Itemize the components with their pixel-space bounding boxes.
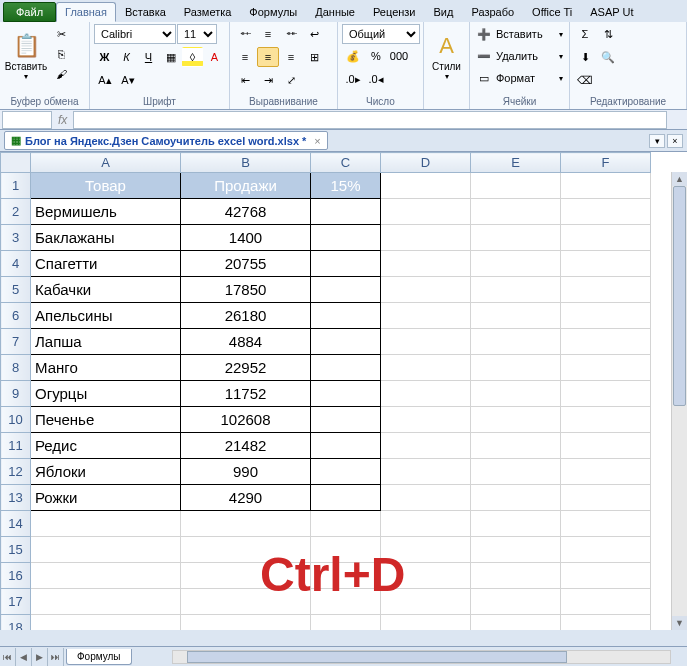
fill-button[interactable]: ⬇ bbox=[574, 47, 596, 67]
cell[interactable] bbox=[381, 563, 471, 589]
cell[interactable]: Продажи bbox=[181, 173, 311, 199]
cell[interactable]: Манго bbox=[31, 355, 181, 381]
cell[interactable] bbox=[311, 303, 381, 329]
cell[interactable] bbox=[471, 381, 561, 407]
align-bottom-button[interactable]: ⬵ bbox=[280, 24, 302, 44]
row-header[interactable]: 14 bbox=[1, 511, 31, 537]
cell[interactable]: 15% bbox=[311, 173, 381, 199]
delete-cells-button[interactable]: ➖Удалить▾ bbox=[474, 46, 565, 66]
cell[interactable] bbox=[311, 329, 381, 355]
cell[interactable] bbox=[311, 589, 381, 615]
tab-layout[interactable]: Разметка bbox=[175, 2, 241, 22]
cell[interactable] bbox=[311, 485, 381, 511]
cell[interactable] bbox=[381, 589, 471, 615]
tab-formulas[interactable]: Формулы bbox=[240, 2, 306, 22]
cell[interactable] bbox=[311, 615, 381, 631]
last-sheet-icon[interactable]: ⏭ bbox=[48, 648, 64, 666]
cell[interactable] bbox=[561, 485, 651, 511]
row-header[interactable]: 16 bbox=[1, 563, 31, 589]
cell[interactable] bbox=[381, 433, 471, 459]
cell[interactable] bbox=[471, 589, 561, 615]
cell[interactable] bbox=[181, 615, 311, 631]
font-color-button[interactable]: A bbox=[204, 47, 225, 67]
col-header[interactable]: B bbox=[181, 153, 311, 173]
font-size-select[interactable]: 11 bbox=[177, 24, 217, 44]
row-header[interactable]: 7 bbox=[1, 329, 31, 355]
sort-filter-button[interactable]: ⇅ bbox=[597, 24, 619, 44]
cell[interactable]: Рожки bbox=[31, 485, 181, 511]
align-top-button[interactable]: ⬴ bbox=[234, 24, 256, 44]
underline-button[interactable]: Ч bbox=[138, 47, 159, 67]
align-right-button[interactable]: ≡ bbox=[280, 47, 302, 67]
cell[interactable] bbox=[311, 277, 381, 303]
cell[interactable] bbox=[381, 225, 471, 251]
cell[interactable]: 1400 bbox=[181, 225, 311, 251]
select-all-corner[interactable] bbox=[1, 153, 31, 173]
row-header[interactable]: 10 bbox=[1, 407, 31, 433]
row-header[interactable]: 17 bbox=[1, 589, 31, 615]
cell[interactable] bbox=[311, 511, 381, 537]
align-center-button[interactable]: ≡ bbox=[257, 47, 279, 67]
cell[interactable] bbox=[311, 537, 381, 563]
cell[interactable] bbox=[471, 537, 561, 563]
cell[interactable] bbox=[381, 355, 471, 381]
cell[interactable] bbox=[381, 485, 471, 511]
first-sheet-icon[interactable]: ⏮ bbox=[0, 648, 16, 666]
row-header[interactable]: 1 bbox=[1, 173, 31, 199]
cell[interactable] bbox=[471, 277, 561, 303]
row-header[interactable]: 2 bbox=[1, 199, 31, 225]
cell[interactable]: Огурцы bbox=[31, 381, 181, 407]
fx-icon[interactable]: fx bbox=[52, 113, 73, 127]
number-format-select[interactable]: Общий bbox=[342, 24, 420, 44]
cell[interactable]: Редис bbox=[31, 433, 181, 459]
cell[interactable] bbox=[471, 303, 561, 329]
insert-cells-button[interactable]: ➕Вставить▾ bbox=[474, 24, 565, 44]
cell[interactable] bbox=[381, 251, 471, 277]
cell[interactable] bbox=[561, 173, 651, 199]
cell[interactable] bbox=[381, 511, 471, 537]
cell[interactable] bbox=[561, 433, 651, 459]
doc-close-icon[interactable]: × bbox=[667, 134, 683, 148]
row-header[interactable]: 4 bbox=[1, 251, 31, 277]
cell[interactable] bbox=[311, 225, 381, 251]
cell[interactable] bbox=[181, 589, 311, 615]
tab-asap[interactable]: ASAP Ut bbox=[581, 2, 642, 22]
cell[interactable]: 42768 bbox=[181, 199, 311, 225]
cell[interactable] bbox=[381, 537, 471, 563]
cell[interactable] bbox=[561, 355, 651, 381]
horizontal-scrollbar[interactable] bbox=[172, 650, 671, 664]
cell[interactable]: Вермишель bbox=[31, 199, 181, 225]
cell[interactable] bbox=[471, 225, 561, 251]
cell[interactable] bbox=[311, 199, 381, 225]
cell[interactable] bbox=[471, 563, 561, 589]
cell[interactable] bbox=[311, 459, 381, 485]
scroll-down-icon[interactable]: ▼ bbox=[672, 616, 687, 630]
bold-button[interactable]: Ж bbox=[94, 47, 115, 67]
row-header[interactable]: 15 bbox=[1, 537, 31, 563]
tab-data[interactable]: Данные bbox=[306, 2, 364, 22]
cell[interactable]: Кабачки bbox=[31, 277, 181, 303]
cell[interactable] bbox=[381, 303, 471, 329]
cell[interactable] bbox=[471, 485, 561, 511]
cell[interactable] bbox=[471, 329, 561, 355]
row-header[interactable]: 9 bbox=[1, 381, 31, 407]
cell[interactable]: 11752 bbox=[181, 381, 311, 407]
cell[interactable] bbox=[561, 251, 651, 277]
row-header[interactable]: 8 bbox=[1, 355, 31, 381]
cell[interactable] bbox=[471, 407, 561, 433]
col-header[interactable]: A bbox=[31, 153, 181, 173]
increase-decimal-button[interactable]: .0▸ bbox=[342, 69, 364, 89]
cell[interactable] bbox=[561, 459, 651, 485]
cell[interactable] bbox=[561, 199, 651, 225]
cell[interactable] bbox=[471, 433, 561, 459]
wrap-text-button[interactable]: ↩ bbox=[303, 24, 325, 44]
col-header[interactable]: D bbox=[381, 153, 471, 173]
close-doc-icon[interactable]: × bbox=[314, 135, 320, 147]
cell[interactable] bbox=[311, 433, 381, 459]
tab-home[interactable]: Главная bbox=[56, 2, 116, 22]
cell[interactable] bbox=[471, 355, 561, 381]
cell[interactable] bbox=[311, 251, 381, 277]
merge-button[interactable]: ⊞ bbox=[303, 47, 325, 67]
comma-button[interactable]: 000 bbox=[388, 46, 410, 66]
vertical-scrollbar[interactable]: ▲ ▼ bbox=[671, 172, 687, 630]
